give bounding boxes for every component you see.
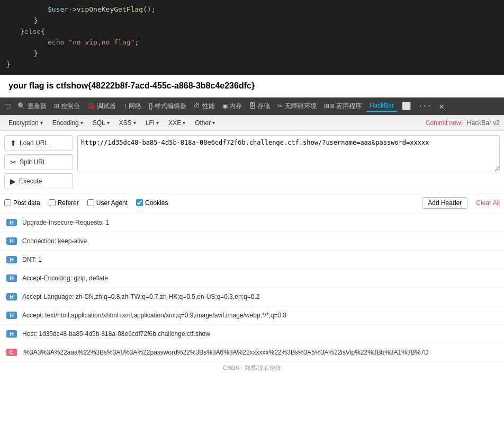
tab-debugger[interactable]: 🐞 调试器	[85, 100, 119, 112]
headers-list: HUpgrade-Insecure-Requests: 1HConnection…	[0, 213, 504, 362]
lfi-arrow-icon: ▾	[156, 120, 159, 126]
tab-inspector[interactable]: 🔍 查看器	[15, 100, 49, 112]
more-tools-button[interactable]: ···	[416, 100, 434, 112]
header-value-3: Accept-Encoding: gzip, deflate	[22, 274, 108, 282]
split-url-label: Split URL	[20, 158, 47, 166]
load-url-label: Load URL	[20, 139, 48, 147]
user-agent-checkbox[interactable]	[87, 199, 94, 206]
referer-checkbox[interactable]	[49, 199, 56, 206]
header-badge-4: H	[6, 293, 17, 300]
flag-display: your flag is ctfshow{48222b8f-7acd-455c-…	[0, 75, 504, 98]
tab-storage[interactable]: 🗄 存储	[247, 100, 273, 112]
hackbar-area: Encryption ▾ Encoding ▾ SQL ▾ XSS ▾ LFI …	[0, 115, 504, 362]
split-url-icon: ✂	[10, 158, 16, 166]
post-data-option[interactable]: Post data	[4, 199, 40, 207]
hackbar-action-buttons: ⬆ Load URL ✂ Split URL ▶ Execute	[4, 135, 73, 189]
code-line-6: }	[6, 59, 498, 70]
code-line-1: $user->vipOneKeyGetFlag();	[6, 4, 498, 15]
header-row: HHost: 1d35dc48-ba85-4d5b-818a-08e6cdf72…	[0, 325, 504, 343]
code-line-2: }	[6, 15, 498, 26]
header-value-5: Accept: text/html,application/xhtml+xml,…	[22, 312, 286, 319]
xss-arrow-icon: ▾	[133, 120, 136, 126]
header-badge-3: H	[6, 274, 17, 282]
header-value-2: DNT: 1	[22, 256, 42, 263]
menu-lfi[interactable]: LFI ▾	[141, 118, 163, 128]
menu-encryption[interactable]: Encryption ▾	[4, 118, 47, 128]
header-row: HAccept-Encoding: gzip, deflate	[0, 269, 504, 288]
hackbar-options-row: Post data Referer User Agent Cookies Add…	[0, 193, 504, 213]
menu-xxe-label: XXE	[168, 119, 181, 127]
post-data-label: Post data	[13, 199, 40, 207]
header-row: HAccept: text/html,application/xhtml+xml…	[0, 306, 504, 325]
header-badge-2: H	[6, 256, 17, 263]
menu-sql[interactable]: SQL ▾	[88, 118, 114, 128]
menu-sql-label: SQL	[93, 119, 105, 127]
menu-other[interactable]: Other ▾	[191, 118, 219, 128]
menu-encryption-label: Encryption	[8, 119, 39, 127]
load-url-button[interactable]: ⬆ Load URL	[4, 135, 73, 151]
browser-toolbar: ⬚ 🔍 查看器 ⊞ 控制台 🐞 调试器 ↕ 网络 {} 样式编辑器 ⏱ 性能 ◉…	[0, 98, 504, 115]
code-line-5: }	[6, 48, 498, 59]
referer-option[interactable]: Referer	[49, 199, 79, 207]
tab-console[interactable]: ⊞ 控制台	[51, 100, 83, 112]
header-row: HAccept-Language: zh-CN,zh;q=0.8,zh-TW;q…	[0, 288, 504, 306]
header-value-1: Connection: keep-alive	[22, 237, 87, 245]
hackbar-version-label: HackBar v2	[467, 119, 500, 127]
menu-xxe[interactable]: XXE ▾	[164, 118, 190, 128]
code-display: $user->vipOneKeyGetFlag(); } }else{ echo…	[0, 0, 504, 75]
split-url-button[interactable]: ✂ Split URL	[4, 154, 73, 170]
header-value-4: Accept-Language: zh-CN,zh;q=0.8,zh-TW;q=…	[22, 293, 259, 300]
encoding-arrow-icon: ▾	[80, 120, 83, 126]
header-badge-1: H	[6, 237, 17, 245]
code-line-4: echo "no vip,no flag";	[6, 37, 498, 48]
tab-hackbar[interactable]: HackBar	[366, 100, 397, 112]
menu-other-label: Other	[195, 119, 211, 127]
commit-now-label: Commit now!	[426, 119, 463, 127]
referer-label: Referer	[58, 199, 79, 207]
tab-application[interactable]: ⊞⊞ 应用程序	[321, 100, 364, 112]
cookies-checkbox[interactable]	[136, 199, 143, 206]
tab-accessibility[interactable]: ✂ 无障碍环境	[275, 100, 319, 112]
menu-lfi-label: LFI	[146, 119, 155, 127]
sql-arrow-icon: ▾	[107, 120, 110, 126]
header-row: HUpgrade-Insecure-Requests: 1	[0, 214, 504, 232]
execute-button[interactable]: ▶ Execute	[4, 173, 73, 189]
hackbar-main-content: ⬆ Load URL ✂ Split URL ▶ Execute http://…	[0, 131, 504, 193]
cookies-option[interactable]: Cookies	[136, 199, 168, 207]
menu-xss-label: XSS	[119, 119, 132, 127]
execute-label: Execute	[19, 178, 42, 185]
tab-memory[interactable]: ◉ 内存	[220, 100, 245, 112]
clear-all-button[interactable]: Clear All	[476, 199, 500, 207]
header-badge-5: H	[6, 312, 17, 319]
tab-style-editor[interactable]: {} 样式编辑器	[146, 100, 189, 112]
header-row: HConnection: keep-alive	[0, 232, 504, 251]
screenshot-icon[interactable]: ⬜	[399, 100, 413, 112]
xxe-arrow-icon: ▾	[183, 120, 185, 126]
cookies-label: Cookies	[145, 199, 168, 207]
url-input[interactable]: http://1d35dc48-ba85-4d5b-818a-08e6cdf72…	[77, 135, 500, 172]
menu-xss[interactable]: XSS ▾	[115, 118, 140, 128]
add-header-button[interactable]: Add Header	[422, 197, 467, 209]
header-badge-7: C	[6, 349, 17, 356]
header-value-7: ;%3A3%3A%22aaa%22%3Bs%3A8%3A%22password%…	[22, 349, 429, 356]
other-arrow-icon: ▾	[212, 120, 215, 126]
watermark: CSDN · 刘桑/没有矩阵	[0, 362, 504, 374]
tab-performance[interactable]: ⏱ 性能	[191, 100, 217, 112]
close-devtools-button[interactable]: ✕	[436, 100, 447, 113]
flag-text: your flag is ctfshow{48222b8f-7acd-455c-…	[8, 81, 255, 90]
encryption-arrow-icon: ▾	[40, 120, 43, 126]
header-badge-0: H	[6, 219, 17, 226]
header-value-0: Upgrade-Insecure-Requests: 1	[22, 219, 109, 226]
menu-encoding-label: Encoding	[52, 119, 79, 127]
hackbar-menu: Encryption ▾ Encoding ▾ SQL ▾ XSS ▾ LFI …	[0, 116, 504, 131]
header-badge-6: H	[6, 330, 17, 338]
nav-icon-inspect[interactable]: ⬚	[3, 100, 13, 112]
menu-encoding[interactable]: Encoding ▾	[48, 118, 87, 128]
header-row: HDNT: 1	[0, 251, 504, 269]
header-value-6: Host: 1d35dc48-ba85-4d5b-818a-08e6cdf72f…	[22, 330, 210, 338]
tab-network[interactable]: ↕ 网络	[121, 100, 143, 112]
execute-icon: ▶	[10, 177, 16, 185]
post-data-checkbox[interactable]	[4, 199, 11, 206]
user-agent-option[interactable]: User Agent	[87, 199, 128, 207]
user-agent-label: User Agent	[96, 199, 128, 207]
